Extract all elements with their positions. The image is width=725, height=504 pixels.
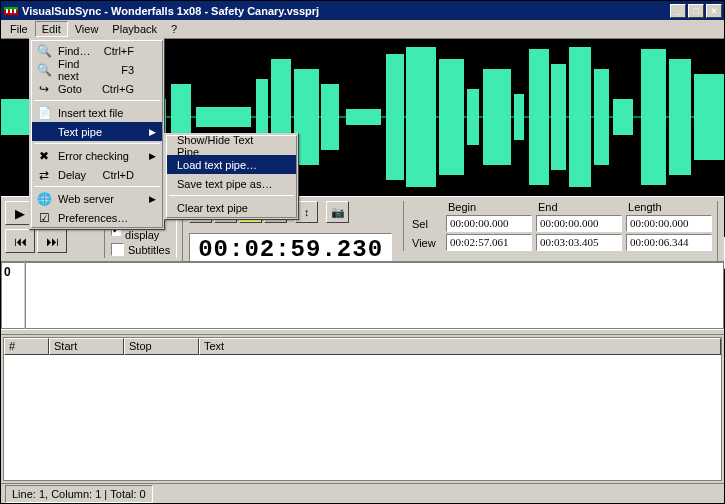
view-end-field[interactable]: 00:03:03.405 <box>536 234 622 251</box>
svg-rect-20 <box>406 47 436 187</box>
separator <box>34 100 160 101</box>
menu-delay[interactable]: ⇄DelayCtrl+D <box>32 165 162 184</box>
menu-save-text-pipe[interactable]: Save text pipe as… <box>167 174 296 193</box>
app-window: VisualSubSync - Wonderfalls 1x08 - Safet… <box>0 0 725 504</box>
svg-rect-26 <box>551 64 566 170</box>
status-cursor: Line: 1, Column: 1 | Total: 0 <box>5 485 153 503</box>
menu-insert-text-file[interactable]: 📄Insert text file <box>32 103 162 122</box>
submenu-arrow-icon: ▶ <box>149 151 156 161</box>
list-header: # Start Stop Text <box>4 338 721 355</box>
svg-rect-21 <box>439 59 464 175</box>
goto-icon: ↪ <box>34 82 54 96</box>
begin-header: Begin <box>446 201 532 213</box>
menu-find-next[interactable]: 🔍Find nextF3 <box>32 60 162 79</box>
find-next-icon: 🔍 <box>34 63 54 77</box>
text-pipe-submenu: Show/Hide Text Pipe Load text pipe… Save… <box>164 133 299 220</box>
separator <box>169 195 294 196</box>
svg-rect-23 <box>483 69 511 165</box>
web-icon: 🌐 <box>34 192 54 206</box>
submenu-arrow-icon: ▶ <box>149 194 156 204</box>
end-header: End <box>536 201 622 213</box>
minimize-button[interactable]: _ <box>670 4 686 18</box>
svg-rect-28 <box>594 69 609 165</box>
view-label: View <box>412 237 442 249</box>
splitter[interactable] <box>1 329 724 335</box>
subtitle-text-edit[interactable] <box>25 262 724 329</box>
delay-icon: ⇄ <box>34 168 54 182</box>
svg-rect-30 <box>641 49 666 185</box>
svg-rect-25 <box>529 49 549 185</box>
menu-preferences[interactable]: ☑Preferences… <box>32 208 162 227</box>
statusbar: Line: 1, Column: 1 | Total: 0 <box>1 483 724 503</box>
sel-length-field[interactable]: 00:00:00.000 <box>626 215 712 232</box>
svg-rect-4 <box>14 9 16 13</box>
menu-show-hide-text-pipe[interactable]: Show/Hide Text Pipe <box>167 136 296 155</box>
titlebar[interactable]: VisualSubSync - Wonderfalls 1x08 - Safet… <box>1 1 724 20</box>
length-header: Length <box>626 201 712 213</box>
menu-clear-text-pipe[interactable]: Clear text pipe <box>167 198 296 217</box>
list-body[interactable] <box>4 355 721 480</box>
svg-rect-24 <box>514 94 524 140</box>
subtitles-checkbox[interactable]: Subtitles <box>111 243 170 256</box>
sel-end-field[interactable]: 00:00:00.000 <box>536 215 622 232</box>
app-icon <box>3 3 19 19</box>
menu-goto[interactable]: ↪GotoCtrl+G <box>32 79 162 98</box>
menu-find[interactable]: 🔍Find…Ctrl+F <box>32 41 162 60</box>
col-start[interactable]: Start <box>49 338 124 355</box>
svg-rect-31 <box>669 59 691 175</box>
next-button[interactable]: ⏭ <box>37 229 67 253</box>
separator <box>34 186 160 187</box>
line-number: 0 <box>1 262 25 329</box>
text-edit-row: 0 <box>1 261 724 329</box>
subtitle-list[interactable]: # Start Stop Text <box>3 337 722 481</box>
svg-rect-22 <box>467 89 479 145</box>
col-text[interactable]: Text <box>199 338 721 355</box>
error-icon: ✖ <box>34 149 54 163</box>
window-title: VisualSubSync - Wonderfalls 1x08 - Safet… <box>22 5 670 17</box>
menu-file[interactable]: File <box>3 21 35 37</box>
menu-error-checking[interactable]: ✖Error checking▶ <box>32 146 162 165</box>
file-icon: 📄 <box>34 106 54 120</box>
camera-button[interactable]: 📷 <box>326 201 349 223</box>
svg-rect-13 <box>196 107 251 127</box>
menu-playback[interactable]: Playback <box>105 21 164 37</box>
svg-rect-18 <box>346 109 381 125</box>
col-stop[interactable]: Stop <box>124 338 199 355</box>
maximize-button[interactable]: □ <box>688 4 704 18</box>
edit-menu-dropdown: 🔍Find…Ctrl+F 🔍Find nextF3 ↪GotoCtrl+G 📄I… <box>29 38 165 230</box>
svg-rect-17 <box>321 84 339 150</box>
view-length-field[interactable]: 00:00:06.344 <box>626 234 712 251</box>
col-num[interactable]: # <box>4 338 49 355</box>
menu-help[interactable]: ? <box>164 21 184 37</box>
svg-rect-29 <box>613 99 633 135</box>
svg-rect-19 <box>386 54 404 180</box>
find-icon: 🔍 <box>34 44 54 58</box>
sel-begin-field[interactable]: 00:00:00.000 <box>446 215 532 232</box>
view-begin-field[interactable]: 00:02:57.061 <box>446 234 532 251</box>
menu-view[interactable]: View <box>68 21 106 37</box>
menubar: File Edit View Playback ? 🔍Find…Ctrl+F 🔍… <box>1 20 724 39</box>
menu-web-server[interactable]: 🌐Web server▶ <box>32 189 162 208</box>
menu-edit[interactable]: Edit <box>35 21 68 37</box>
menu-load-text-pipe[interactable]: Load text pipe… <box>167 155 296 174</box>
sel-label: Sel <box>412 218 442 230</box>
time-grid: Begin End Length Sel 00:00:00.000 00:00:… <box>412 201 712 251</box>
menu-text-pipe[interactable]: Text pipe▶ <box>32 122 162 141</box>
svg-rect-3 <box>10 9 12 13</box>
svg-rect-27 <box>569 47 591 187</box>
prev-button[interactable]: ⏮ <box>5 229 35 253</box>
separator <box>34 143 160 144</box>
submenu-arrow-icon: ▶ <box>149 127 156 137</box>
svg-rect-2 <box>6 9 8 13</box>
svg-rect-32 <box>694 74 724 160</box>
prefs-icon: ☑ <box>34 211 54 225</box>
close-button[interactable]: × <box>706 4 722 18</box>
